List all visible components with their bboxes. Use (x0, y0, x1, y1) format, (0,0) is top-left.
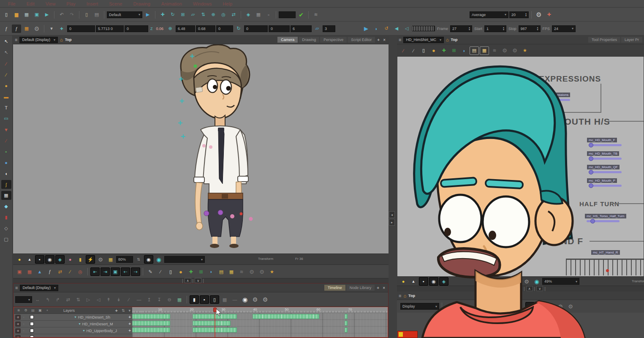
add-peg-icon[interactable]: ↱ (53, 295, 62, 304)
network-icon[interactable]: ⊞ (196, 267, 206, 276)
polyline-tool[interactable]: ◇ (1, 224, 11, 233)
zoom-arrows-icon[interactable]: ⇅ (134, 255, 143, 264)
rig-slider-track[interactable] (589, 158, 622, 160)
keyframe-grid[interactable] (132, 313, 388, 337)
rig-slider-thumb[interactable] (589, 170, 593, 174)
pencil-tool[interactable]: ∕ (409, 46, 418, 55)
folder-grid-icon[interactable]: ▦ (227, 267, 236, 276)
timeline-display-dropdown[interactable]: Default (Display)▾ (20, 285, 58, 291)
gear-icon[interactable]: ⚙ (500, 46, 509, 55)
zoom-field[interactable]: 80% (116, 256, 133, 263)
rig-slider-thumb[interactable] (590, 219, 595, 224)
scale-tool[interactable]: ⊞ (178, 11, 187, 19)
brush-tool[interactable]: ∕ (1, 59, 11, 68)
onion-skin-toggle[interactable]: ◈ (244, 11, 253, 19)
reset-view-chip[interactable]: ◉ (45, 255, 54, 264)
exposure-grid-icon[interactable]: ▦ (25, 267, 34, 276)
rotate-tool[interactable]: ↻ (168, 11, 177, 19)
auto-render-chip[interactable]: ⚡ (86, 255, 95, 264)
rig-wrist-handle[interactable] (240, 213, 243, 215)
display-dropdown[interactable]: Default (Display)▾ (19, 37, 58, 43)
bone-tool[interactable]: ʃ (1, 180, 11, 189)
close-gap-tool[interactable]: ▮ (1, 213, 11, 222)
swap-icon[interactable]: ⇄ (55, 267, 65, 276)
contour-editor-tool[interactable]: ● (1, 158, 11, 167)
rig-slider-thumb[interactable] (589, 156, 593, 161)
network-nodes-icon[interactable]: ⊞ (445, 302, 454, 311)
keyframe-segment[interactable] (253, 314, 319, 319)
keyframe-segment[interactable] (193, 321, 231, 326)
repaint-brush-tool[interactable]: ∕ (1, 136, 11, 145)
angle-x-field[interactable]: 0 (244, 25, 268, 32)
keyframe-segment[interactable] (345, 321, 348, 326)
pose-library-icon[interactable]: ★ (267, 267, 277, 276)
eraser-tool[interactable]: ▬ (1, 92, 11, 101)
gear-icon[interactable]: ⚙ (546, 302, 555, 311)
layer-name[interactable]: HD_HimDesert_Sh (78, 315, 111, 319)
rig-hip-handle[interactable] (204, 211, 209, 216)
menu-item-play[interactable]: Play (61, 1, 81, 6)
battery-chip[interactable]: ▮ (535, 302, 545, 311)
home-icon[interactable]: ⌂ (446, 37, 449, 42)
select-tool[interactable]: ↖ (1, 48, 11, 57)
layer-expand-chevron[interactable]: ▾ (79, 322, 80, 326)
layer-checkbox[interactable] (30, 335, 34, 338)
add-layer-button[interactable]: + (115, 308, 117, 313)
pivot-icon[interactable]: ⊕ (166, 25, 175, 33)
rotate-icon[interactable]: ↻ (234, 25, 243, 33)
menu-item-scene[interactable]: Scene (103, 1, 128, 6)
hand-tool[interactable]: ◗ (459, 46, 469, 55)
layer-name[interactable]: HD_UpperBody_J (87, 329, 117, 333)
rig-slider-track[interactable] (589, 144, 622, 146)
drag-tool[interactable]: ◖ (1, 169, 11, 178)
net-icon[interactable]: ≋ (237, 267, 246, 276)
undo-button[interactable]: ↶ (57, 11, 66, 19)
glove-icon[interactable]: ▯ (166, 267, 175, 276)
home-icon[interactable]: ⌂ (60, 37, 63, 42)
goto-last-frame-chip[interactable]: ⇥ (101, 267, 110, 276)
gear-circle-icon[interactable]: ⚙ (250, 295, 260, 304)
rig-slider-thumb[interactable] (589, 143, 593, 147)
panel-splitter[interactable]: ◂ ▸ (389, 211, 395, 226)
panel-menu-icon[interactable]: ≡ (15, 285, 18, 290)
add-drawing-layer-icon[interactable]: ↰ (43, 295, 52, 304)
layer-expand-chevron[interactable]: ▾ (74, 315, 76, 319)
collapse-right-icon[interactable]: ▸ (389, 219, 395, 226)
keyframe-segment[interactable] (132, 321, 170, 326)
maintain-size-tool[interactable]: ⇅ (198, 11, 208, 19)
timeline-frames-area[interactable]: 10203040506070 (132, 307, 388, 337)
layer-lock-icon[interactable]: ▪ (23, 316, 24, 319)
light-table-icon[interactable]: ● (15, 255, 24, 264)
flip-horizontal-chip[interactable]: ▪ (35, 255, 44, 264)
brush-tool[interactable]: ∕ (399, 46, 408, 55)
scale-x-field[interactable]: 6.48 (176, 25, 195, 32)
panel-menu-icon[interactable]: ≡ (399, 293, 401, 298)
onion-skin-ghost-icon[interactable]: ◉ (532, 277, 541, 286)
notes-button[interactable]: ▤ (92, 11, 101, 19)
scale-y-field[interactable]: 0.68 (196, 25, 215, 32)
view-mode-dropdown[interactable]: ▾ (164, 256, 205, 263)
safe-area-toggle[interactable]: ▫ (264, 11, 273, 19)
tool-options-dropdown[interactable]: ▾ (47, 25, 56, 33)
hide-layers-chip[interactable]: ▪ (200, 295, 209, 304)
menu-item-animation[interactable]: Animation (156, 1, 187, 6)
paint-pot-icon[interactable]: ● (429, 46, 438, 55)
rig-slider-track[interactable] (589, 171, 622, 173)
gear2-circle-icon[interactable]: ⚙ (261, 295, 270, 304)
move-up-icon[interactable]: ↟ (104, 295, 113, 304)
settings-gear-icon[interactable]: ⚙ (23, 308, 29, 313)
preset-dropdown[interactable]: Default▾ (107, 11, 142, 18)
layer-checkbox[interactable] (30, 322, 34, 326)
figure-icon[interactable]: ▲ (35, 267, 44, 276)
grid-crosshair-icon[interactable]: ✚ (439, 46, 448, 55)
pencil-icon[interactable]: ∕ (124, 295, 133, 304)
light-table-icon[interactable]: ● (399, 277, 408, 286)
tab-perspective[interactable]: Perspective (320, 37, 347, 43)
collapse-up-button[interactable]: ∧ (185, 278, 191, 283)
node-dropdown[interactable]: HD_HimShirt_MC▾ (403, 37, 444, 43)
layer-add-icon[interactable]: + (128, 315, 131, 319)
back-icon[interactable]: ↔ (33, 295, 42, 304)
collapse-icon[interactable]: ⊖ (165, 295, 174, 304)
show-functions-button[interactable]: ƒ (2, 25, 11, 33)
rig-slider-track[interactable] (587, 220, 620, 222)
